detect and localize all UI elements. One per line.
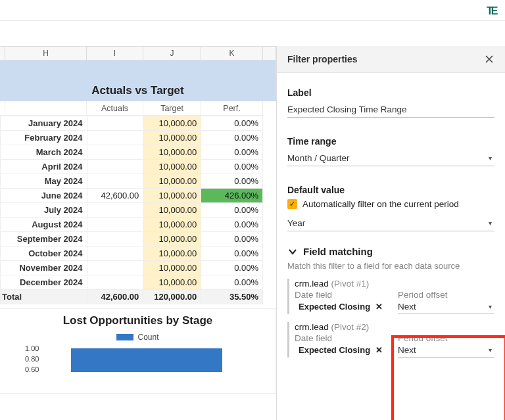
table-row[interactable]: September 202410,000.000.00% <box>1 232 263 246</box>
col-header-h[interactable]: H <box>5 47 87 60</box>
sheet-title: Actuals vs Target <box>0 60 276 97</box>
source-model: crm.lead <box>295 322 329 332</box>
close-icon[interactable] <box>484 54 494 64</box>
cell-perf[interactable]: 0.00% <box>201 160 263 174</box>
cell-perf[interactable]: 0.00% <box>201 131 263 145</box>
data-table[interactable]: January 202410,000.000.00%February 20241… <box>0 116 263 304</box>
field-matching-toggle[interactable]: Field matching <box>287 246 494 257</box>
cell-month[interactable]: October 2024 <box>1 246 87 261</box>
table-row[interactable]: June 202442,600.0010,000.00426.00% <box>1 189 263 203</box>
cell-total-perf[interactable]: 35.50% <box>201 290 263 304</box>
col-target[interactable]: Target <box>143 101 201 116</box>
cell-perf[interactable]: 0.00% <box>201 246 263 261</box>
cell-target[interactable]: 10,000.00 <box>143 261 201 275</box>
cell-target[interactable]: 10,000.00 <box>143 246 201 261</box>
cell-month[interactable]: May 2024 <box>1 174 87 189</box>
period-offset-label: Period offset <box>398 290 494 300</box>
cell-perf[interactable]: 426.00% <box>201 189 263 203</box>
cell-perf[interactable]: 0.00% <box>201 232 263 246</box>
col-header-k[interactable]: K <box>201 47 263 60</box>
cell-total-actual[interactable]: 42,600.00 <box>87 290 143 304</box>
auto-filter-row[interactable]: ✓ Automatically filter on the current pe… <box>287 199 494 209</box>
clear-icon[interactable]: ✕ <box>375 302 383 312</box>
table-row[interactable]: May 202410,000.000.00% <box>1 174 263 189</box>
cell-month[interactable]: February 2024 <box>1 131 87 145</box>
cell-target[interactable]: 10,000.00 <box>143 275 201 290</box>
cell-actual[interactable] <box>87 261 143 275</box>
timerange-select[interactable]: Month / Quarter ▾ <box>287 151 494 166</box>
cell-actual[interactable] <box>87 131 143 145</box>
cell-target[interactable]: 10,000.00 <box>143 160 201 174</box>
cell-target[interactable]: 10,000.00 <box>143 203 201 218</box>
cell-perf[interactable]: 0.00% <box>201 174 263 189</box>
cell-total-label[interactable]: Total <box>1 290 87 304</box>
cell-perf[interactable]: 0.00% <box>201 145 263 160</box>
cell-target[interactable]: 10,000.00 <box>143 116 201 131</box>
cell-actual[interactable] <box>87 145 143 160</box>
table-row[interactable]: August 202410,000.000.00% <box>1 218 263 232</box>
cell-target[interactable]: 10,000.00 <box>143 174 201 189</box>
chart-card[interactable]: Lost Opportunities by Stage Count 1.00 0… <box>0 308 276 394</box>
table-row[interactable]: January 202410,000.000.00% <box>1 116 263 131</box>
table-row[interactable]: October 202410,000.000.00% <box>1 246 263 261</box>
cell-month[interactable]: December 2024 <box>1 275 87 290</box>
cell-month[interactable]: January 2024 <box>1 116 87 131</box>
col-header-g[interactable] <box>0 47 5 60</box>
checkbox-checked-icon[interactable]: ✓ <box>287 199 297 209</box>
cell-month[interactable]: September 2024 <box>1 232 87 246</box>
table-row[interactable]: December 202410,000.000.00% <box>1 275 263 290</box>
cell-perf[interactable]: 0.00% <box>201 203 263 218</box>
cell-target[interactable]: 10,000.00 <box>143 189 201 203</box>
table-row[interactable]: November 202410,000.000.00% <box>1 261 263 275</box>
cell-perf[interactable]: 0.00% <box>201 116 263 131</box>
cell-actual[interactable] <box>87 246 143 261</box>
table-row[interactable]: April 202410,000.000.00% <box>1 160 263 174</box>
date-field-pill[interactable]: Expected Closing✕ <box>295 343 385 357</box>
label-input[interactable] <box>287 102 494 118</box>
col-header-j[interactable]: J <box>143 47 201 60</box>
cell-target[interactable]: 10,000.00 <box>143 145 201 160</box>
cell-month[interactable]: August 2024 <box>1 218 87 232</box>
total-row[interactable]: Total42,600.00120,000.0035.50% <box>1 290 263 304</box>
cell-actual[interactable] <box>87 232 143 246</box>
cell-actual[interactable] <box>87 218 143 232</box>
cell-actual[interactable] <box>87 116 143 131</box>
table-row[interactable]: July 202410,000.000.00% <box>1 203 263 218</box>
title-row[interactable]: Actuals vs Target <box>0 60 276 101</box>
cell-perf[interactable]: 0.00% <box>201 261 263 275</box>
cell-total-target[interactable]: 120,000.00 <box>143 290 201 304</box>
cell-month[interactable]: November 2024 <box>1 261 87 275</box>
year-select[interactable]: Year ▾ <box>287 216 494 231</box>
col-actuals[interactable]: Actuals <box>87 101 143 116</box>
cell-actual[interactable]: 42,600.00 <box>87 189 143 203</box>
date-field-pill[interactable]: Expected Closing✕ <box>295 300 385 314</box>
cell-month[interactable]: July 2024 <box>1 203 87 218</box>
chevron-down-icon <box>287 246 298 257</box>
col-perf[interactable]: Perf. <box>201 101 263 116</box>
cell-month[interactable]: March 2024 <box>1 145 87 160</box>
cell-month[interactable]: April 2024 <box>1 160 87 174</box>
clear-icon[interactable]: ✕ <box>375 345 383 355</box>
table-row[interactable]: February 202410,000.000.00% <box>1 131 263 145</box>
caret-down-icon: ▾ <box>489 303 492 310</box>
cell-target[interactable]: 10,000.00 <box>143 218 201 232</box>
cell-month[interactable]: June 2024 <box>1 189 87 203</box>
cell-perf[interactable]: 0.00% <box>201 218 263 232</box>
label-heading: Label <box>287 87 494 98</box>
period-offset-select[interactable]: Next▾ <box>398 300 494 314</box>
source-pivot: (Pivot #2) <box>331 322 370 332</box>
cell-actual[interactable] <box>87 275 143 290</box>
period-offset-select[interactable]: Next▾ <box>398 343 494 358</box>
cell-actual[interactable] <box>87 160 143 174</box>
cell-perf[interactable]: 0.00% <box>201 275 263 290</box>
cell-actual[interactable] <box>87 203 143 218</box>
table-row[interactable]: March 202410,000.000.00% <box>1 145 263 160</box>
cell-actual[interactable] <box>87 174 143 189</box>
col-header-i[interactable]: I <box>87 47 143 60</box>
date-field-label: Date field <box>295 333 391 343</box>
field-matching-title: Field matching <box>303 246 373 257</box>
chart-legend: Count <box>5 333 270 342</box>
top-bar: TE <box>0 0 505 21</box>
cell-target[interactable]: 10,000.00 <box>143 232 201 246</box>
cell-target[interactable]: 10,000.00 <box>143 131 201 145</box>
